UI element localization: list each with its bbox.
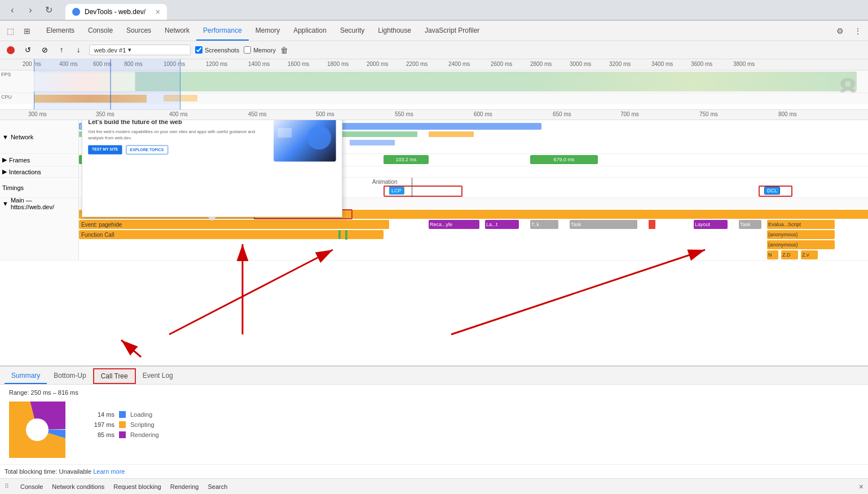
timeline-overview[interactable]: 200 ms 400 ms 600 ms 800 ms 1000 ms 1200…: [0, 59, 868, 110]
flame-chart-content[interactable]: ▼ Network (com): [0, 120, 868, 365]
ruler-tick-1400: 1400 ms: [248, 61, 270, 67]
task-tk[interactable]: T..k: [530, 220, 558, 229]
settings-button[interactable]: ⚙: [832, 23, 848, 39]
back-button[interactable]: ‹: [5, 2, 20, 18]
status-request-blocking[interactable]: Request blocking: [113, 483, 161, 490]
status-network-conditions[interactable]: Network conditions: [52, 483, 104, 490]
learn-more-link[interactable]: Learn more: [93, 468, 125, 475]
memory-checkbox-label: Memory: [253, 47, 276, 54]
ruler-tick-1800: 1800 ms: [327, 61, 349, 67]
devtools-toolbar: ⬚ ⊞ Elements Console Sources Network Per…: [0, 21, 868, 41]
inspect-element-button[interactable]: ⬚: [2, 23, 18, 39]
ruler-tick-1200: 1200 ms: [206, 61, 227, 67]
tab-sources[interactable]: Sources: [120, 21, 158, 41]
toolbar-right-buttons: ⚙ ⋮: [832, 23, 866, 39]
fps-number: 8: [839, 73, 857, 93]
tab-summary[interactable]: Summary: [5, 368, 47, 384]
loading-ms: 14 ms: [92, 411, 114, 418]
tab-favicon: [72, 8, 80, 16]
timeline-cursor: [110, 59, 111, 109]
tab-application[interactable]: Application: [287, 21, 333, 41]
interactions-label-col: ▶ Interactions: [0, 166, 79, 177]
tab-title: DevTools - web.dev/: [85, 8, 151, 16]
pie-chart: [9, 402, 65, 458]
tab-close-button[interactable]: ×: [156, 7, 160, 16]
task-task-2[interactable]: Task: [739, 220, 761, 229]
close-drawer-button[interactable]: ×: [859, 482, 863, 491]
record-button[interactable]: [5, 44, 17, 56]
network-bar-2: [429, 131, 474, 137]
fc-tick-500: 500 ms: [316, 111, 334, 117]
task-task-1[interactable]: Task: [570, 220, 637, 229]
interactions-toggle[interactable]: ▶: [2, 168, 7, 175]
save-profile-button[interactable]: ↓: [72, 44, 85, 56]
memory-checkbox[interactable]: [244, 46, 251, 54]
devtools-nav-tabs: Elements Console Sources Network Perform…: [39, 21, 486, 41]
tab-security[interactable]: Security: [333, 21, 371, 41]
task-pagehide[interactable]: Event: pagehide: [79, 220, 389, 229]
frames-toggle[interactable]: ▶: [2, 156, 7, 164]
ruler-tick-2600: 2600 ms: [491, 61, 512, 67]
forward-button[interactable]: ›: [23, 2, 38, 18]
delete-profile-button[interactable]: 🗑: [280, 46, 288, 55]
task-small-1[interactable]: [649, 220, 655, 229]
tasks-row-5: N Z.D Z.v: [0, 250, 868, 260]
task-eval-script[interactable]: Evalua...Script: [767, 220, 835, 229]
active-tab[interactable]: DevTools - web.dev/ ×: [65, 4, 167, 20]
frames-label-col: ▶ Frames: [0, 154, 79, 166]
screenshots-checkbox[interactable]: [195, 46, 202, 54]
tab-performance[interactable]: Performance: [196, 21, 249, 41]
reload-record-button[interactable]: ↺: [21, 44, 34, 56]
task-layout[interactable]: La...t: [485, 220, 519, 229]
main-thread-label-col: ▼ Main — https://web.dev/: [0, 198, 79, 209]
clear-button[interactable]: ⊘: [38, 44, 51, 56]
memory-toggle[interactable]: Memory: [244, 46, 276, 54]
ruler-tick-3600: 3600 ms: [691, 61, 712, 67]
rendering-label: Rendering: [130, 431, 159, 438]
range-info: Range: 250 ms – 816 ms: [9, 389, 78, 396]
task-zd[interactable]: Z.D: [781, 250, 798, 259]
tab-console[interactable]: Console: [81, 21, 120, 41]
tab-lighthouse[interactable]: Lighthouse: [371, 21, 418, 41]
status-console[interactable]: Console: [20, 483, 43, 490]
tab-memory[interactable]: Memory: [249, 21, 287, 41]
mock-hero-image: [274, 120, 336, 162]
refresh-button[interactable]: ↻: [41, 2, 56, 18]
ruler-tick-2200: 2200 ms: [406, 61, 428, 67]
svg-line-3: [451, 250, 705, 334]
tasks-row-3-data: Function Call (anonymous): [79, 230, 868, 240]
webpage-mock: web.dev Lib Measure Blog Live About Goog…: [82, 120, 342, 216]
summary-left: Range: 250 ms – 816 ms: [9, 389, 78, 460]
task-n[interactable]: N: [767, 250, 778, 259]
task-recalc[interactable]: Reca...yle: [429, 220, 479, 229]
status-rendering[interactable]: Rendering: [170, 483, 199, 490]
tab-bottom-up[interactable]: Bottom-Up: [47, 368, 92, 384]
task-function-call[interactable]: Function Call: [79, 230, 384, 239]
frame-bar-4[interactable]: 679.0 ms: [530, 155, 598, 164]
screenshots-toggle[interactable]: Screenshots: [195, 46, 239, 54]
tasks-row-5-label: [0, 250, 79, 260]
status-search[interactable]: Search: [208, 483, 227, 490]
network-toggle[interactable]: ▼: [2, 134, 8, 140]
ruler-tick-2400: 2400 ms: [448, 61, 470, 67]
task-layout-2[interactable]: Layout: [694, 220, 728, 229]
url-dropdown-icon[interactable]: ▾: [128, 46, 131, 54]
tab-js-profiler[interactable]: JavaScript Profiler: [418, 21, 486, 41]
tab-network[interactable]: Network: [158, 21, 196, 41]
screenshots-label: Screenshots: [205, 47, 239, 54]
main-toggle[interactable]: ▼: [2, 200, 8, 207]
task-anonymous-1[interactable]: (anonymous): [767, 230, 835, 239]
devtools-panel: ⬚ ⊞ Elements Console Sources Network Per…: [0, 20, 868, 494]
tab-event-log[interactable]: Event Log: [136, 368, 180, 384]
load-profile-button[interactable]: ↑: [55, 44, 68, 56]
tab-call-tree[interactable]: Call Tree: [93, 368, 136, 384]
mock-btn-explore: EXPLORE TOPICS: [126, 145, 168, 155]
more-tools-button[interactable]: ⋮: [850, 23, 866, 39]
device-toolbar-button[interactable]: ⊞: [19, 23, 35, 39]
frame-bar-3[interactable]: 103.2 ms: [384, 155, 429, 164]
tab-elements[interactable]: Elements: [39, 21, 81, 41]
task-anonymous-2[interactable]: (anonymous): [767, 240, 835, 249]
cpu-label: CPU: [1, 94, 12, 100]
task-zv[interactable]: Z.v: [801, 250, 818, 259]
scripting-ms: 197 ms: [92, 421, 114, 428]
